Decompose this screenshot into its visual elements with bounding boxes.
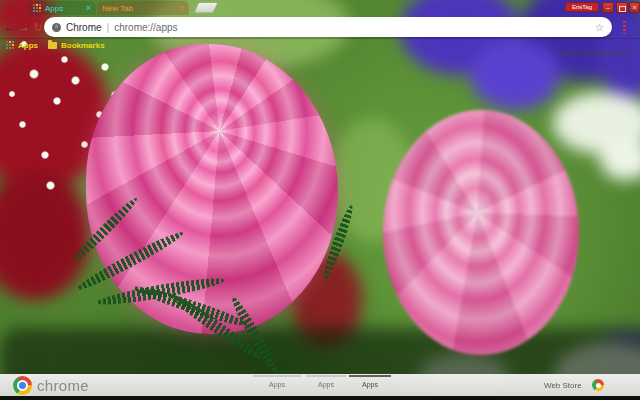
globe-icon	[52, 23, 61, 32]
forward-button[interactable]: →	[18, 19, 30, 35]
omnibox-site-label: Chrome	[66, 22, 102, 33]
web-store-link[interactable]: Web Store	[544, 381, 582, 390]
page-indicator-bar	[306, 375, 346, 377]
page-indicator-apps-3[interactable]: Apps	[349, 375, 391, 391]
white-flower-blob	[600, 140, 640, 180]
page-indicator-label: Apps	[269, 381, 285, 388]
page-indicator-bar	[349, 375, 391, 377]
chrome-theme-preview: Apps × New Tab × ErisTag – ✕ ← → ↻ Chrom…	[0, 0, 640, 400]
tab-label: New Tab	[102, 4, 175, 13]
back-button[interactable]: ←	[4, 19, 16, 35]
page-indicator-apps-2[interactable]: Apps	[306, 375, 346, 391]
bookmark-item-bookmarks[interactable]: Bookmarks	[48, 41, 105, 50]
reload-button[interactable]: ↻	[33, 19, 42, 35]
page-indicator-bar	[253, 375, 301, 377]
bookmarks-bar: Apps Bookmarks	[0, 39, 640, 51]
footer-bar: chrome Apps Apps Apps Web Store	[0, 374, 640, 396]
tab-close-icon[interactable]: ×	[179, 4, 184, 13]
watermark-email: sweetrita372@gmail.com	[557, 49, 636, 56]
pink-rose-background	[383, 110, 579, 355]
folder-icon	[48, 42, 57, 49]
omnibox-url[interactable]: chrome://apps	[114, 22, 177, 33]
maximize-button[interactable]	[616, 2, 628, 13]
bookmark-label: Bookmarks	[61, 41, 105, 50]
bookmark-label: Apps	[18, 41, 38, 50]
maximize-icon	[619, 6, 626, 12]
footer-bottom-edge	[0, 396, 640, 400]
web-store-icon[interactable]	[592, 379, 604, 391]
omnibox[interactable]: Chrome | chrome://apps ☆	[44, 17, 612, 37]
bookmark-item-apps[interactable]: Apps	[6, 41, 38, 50]
tab-close-icon[interactable]: ×	[86, 4, 91, 13]
tab-label: Apps	[45, 4, 82, 13]
close-button[interactable]: ✕	[629, 2, 640, 13]
apps-grid-icon	[33, 4, 41, 12]
chrome-logo-icon	[13, 376, 32, 395]
tab-apps[interactable]: Apps ×	[28, 1, 96, 15]
theme-tag-badge: ErisTag	[565, 2, 599, 12]
bookmark-star-icon[interactable]: ☆	[595, 22, 604, 33]
page-indicator-label: Apps	[318, 381, 334, 388]
pink-rose-foreground	[86, 44, 338, 334]
minimize-button[interactable]: –	[602, 2, 614, 13]
omnibox-separator: |	[107, 22, 110, 33]
tab-new-tab[interactable]: New Tab ×	[97, 1, 189, 15]
chrome-brand-label: chrome	[37, 377, 89, 394]
page-indicator-apps-1[interactable]: Apps	[253, 375, 301, 391]
browser-menu-icon[interactable]	[623, 21, 626, 34]
apps-grid-icon	[6, 41, 14, 49]
page-indicator-label: Apps	[362, 381, 378, 388]
